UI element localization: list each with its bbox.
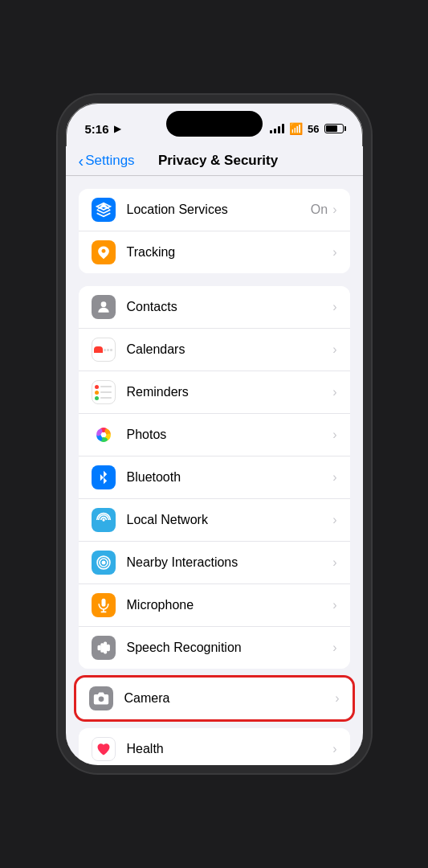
chevron-icon: › [332, 598, 336, 612]
chevron-icon: › [332, 470, 336, 485]
health-label: Health [127, 742, 333, 756]
microphone-label: Microphone [127, 598, 333, 612]
wifi-icon: 📶 [289, 122, 303, 135]
bluetooth-label: Bluetooth [127, 470, 333, 485]
contacts-label: Contacts [127, 300, 333, 314]
status-icons: 📶 56 [270, 122, 343, 135]
camera-label: Camera [124, 691, 336, 706]
camera-list-item[interactable]: Camera › [76, 678, 353, 719]
chevron-icon: › [335, 691, 339, 706]
chevron-icon: › [332, 245, 336, 260]
local-network-icon [92, 508, 116, 532]
group-permissions: Contacts › Calendars › [79, 286, 350, 669]
page-title: Privacy & Security [135, 153, 302, 169]
list-item[interactable]: Nearby Interactions › [79, 542, 350, 584]
back-button[interactable]: ‹ Settings [79, 153, 135, 169]
svg-point-19 [98, 697, 104, 702]
svg-rect-17 [104, 642, 106, 653]
camera-row-highlight: Camera › [74, 675, 355, 722]
list-item[interactable]: Speech Recognition › [79, 627, 350, 669]
location-services-icon [92, 198, 116, 222]
list-item[interactable]: Calendars › [79, 329, 350, 371]
speech-recognition-label: Speech Recognition [127, 641, 333, 655]
nearby-interactions-label: Nearby Interactions [127, 555, 333, 570]
list-item[interactable]: Microphone › [79, 584, 350, 627]
group-bottom: Health › Research Sensor & Usage Data › [79, 728, 350, 766]
svg-point-9 [101, 561, 105, 565]
tracking-icon [92, 240, 116, 264]
speech-recognition-icon [92, 636, 116, 660]
signal-icon [270, 124, 284, 133]
phone-frame: 5:16 ▶ 📶 56 ‹ Settings Privacy & Sec [58, 95, 371, 773]
svg-point-0 [100, 301, 106, 307]
group-location: Location Services On › Tracking › [79, 189, 350, 273]
back-label: Settings [85, 153, 134, 169]
reminders-label: Reminders [127, 385, 333, 399]
dynamic-island [166, 111, 263, 137]
list-item[interactable]: Contacts › [79, 286, 350, 329]
content-area: Location Services On › Tracking › [66, 176, 363, 766]
list-item[interactable]: Photos › [79, 414, 350, 457]
chevron-icon: › [332, 342, 336, 357]
svg-rect-18 [107, 645, 109, 651]
battery-label: 56 [308, 123, 319, 135]
svg-rect-16 [101, 644, 103, 652]
list-item[interactable]: Local Network › [79, 499, 350, 542]
svg-point-8 [102, 518, 104, 521]
list-item[interactable]: Health › [79, 728, 350, 766]
photos-icon [92, 423, 116, 447]
svg-rect-12 [101, 599, 105, 607]
calendars-icon [92, 338, 116, 362]
chevron-icon: › [332, 385, 336, 399]
location-services-value: On [311, 203, 328, 217]
chevron-icon: › [332, 203, 336, 217]
camera-icon [89, 686, 113, 710]
battery-icon [324, 124, 344, 133]
calendars-label: Calendars [127, 342, 333, 357]
chevron-icon: › [332, 742, 336, 756]
chevron-icon: › [332, 428, 336, 442]
chevron-icon: › [332, 300, 336, 314]
chevron-icon: › [332, 555, 336, 570]
svg-rect-15 [98, 646, 100, 650]
contacts-icon [92, 295, 116, 319]
back-chevron-icon: ‹ [79, 153, 84, 169]
list-item[interactable]: Location Services On › [79, 189, 350, 231]
photos-label: Photos [127, 428, 333, 442]
reminders-icon [92, 380, 116, 404]
nearby-interactions-icon [92, 551, 116, 575]
list-item[interactable]: Bluetooth › [79, 457, 350, 499]
bluetooth-icon [92, 465, 116, 489]
health-icon [92, 737, 116, 761]
list-item[interactable]: Tracking › [79, 231, 350, 273]
chevron-icon: › [332, 513, 336, 527]
status-time: 5:16 ▶ [85, 122, 120, 136]
nav-bar: ‹ Settings Privacy & Security [66, 146, 363, 176]
svg-point-7 [101, 432, 106, 437]
microphone-icon [92, 593, 116, 617]
list-item[interactable]: Reminders › [79, 371, 350, 414]
location-arrow-icon: ▶ [114, 124, 120, 134]
local-network-label: Local Network [127, 513, 333, 527]
tracking-label: Tracking [127, 245, 333, 260]
time-label: 5:16 [85, 122, 109, 136]
chevron-icon: › [332, 641, 336, 655]
location-services-label: Location Services [127, 203, 311, 217]
